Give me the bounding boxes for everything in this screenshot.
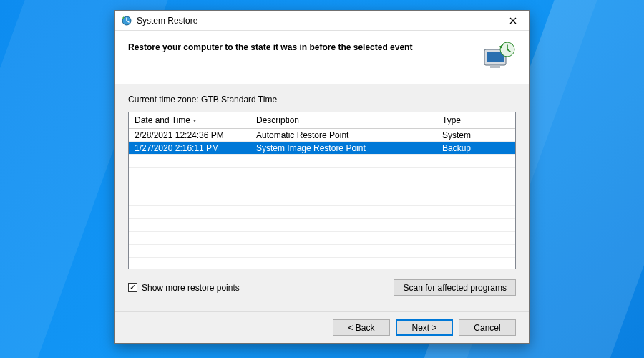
column-label: Description	[256, 115, 299, 125]
table-row: ...	[129, 219, 515, 232]
wizard-footer: < Back Next > Cancel	[115, 311, 529, 343]
back-button[interactable]: < Back	[333, 319, 390, 336]
cell-date-time: 2/28/2021 12:24:36 PM	[129, 129, 250, 141]
column-description[interactable]: Description	[250, 112, 436, 128]
cell-type: System	[436, 129, 515, 141]
table-row[interactable]: 2/28/2021 12:24:36 PM Automatic Restore …	[129, 129, 515, 142]
system-restore-icon	[121, 15, 132, 26]
close-button[interactable]	[503, 14, 523, 28]
svg-rect-3	[490, 65, 500, 68]
cell-description: System Image Restore Point	[250, 142, 436, 154]
table-row[interactable]: 1/27/2020 2:16:11 PM System Image Restor…	[129, 142, 515, 155]
wizard-header: Restore your computer to the state it wa…	[115, 31, 529, 84]
checkbox-label: Show more restore points	[142, 283, 240, 293]
window-title: System Restore	[137, 16, 503, 26]
table-row: ...	[129, 206, 515, 219]
wizard-body: Current time zone: GTB Standard Time Dat…	[115, 84, 529, 311]
system-restore-dialog: System Restore Restore your computer to …	[114, 10, 530, 344]
grid-header: Date and Time ▾ Description Type	[129, 112, 515, 129]
table-row: ...	[129, 168, 515, 180]
column-label: Date and Time	[135, 115, 190, 125]
table-row: ...	[129, 180, 515, 193]
cell-date-time: 1/27/2020 2:16:11 PM	[129, 142, 250, 154]
sort-descending-icon: ▾	[193, 117, 196, 124]
scan-affected-button[interactable]: Scan for affected programs	[394, 279, 516, 296]
next-button[interactable]: Next >	[396, 319, 453, 336]
column-date-time[interactable]: Date and Time ▾	[129, 112, 250, 128]
table-row: ...	[129, 232, 515, 245]
restore-points-grid[interactable]: Date and Time ▾ Description Type 2/28/20…	[128, 112, 516, 269]
titlebar: System Restore	[115, 11, 529, 31]
close-icon	[509, 17, 517, 24]
column-label: Type	[442, 115, 461, 125]
cell-type: Backup	[436, 142, 515, 154]
column-type[interactable]: Type	[436, 112, 515, 128]
cell-description: Automatic Restore Point	[250, 129, 436, 141]
table-row: ...	[129, 155, 515, 168]
show-more-checkbox[interactable]: Show more restore points	[128, 283, 240, 293]
table-row: ...	[129, 193, 515, 206]
grid-body: 2/28/2021 12:24:36 PM Automatic Restore …	[129, 129, 515, 258]
timezone-label: Current time zone: GTB Standard Time	[128, 95, 516, 105]
restore-hero-icon	[482, 41, 516, 71]
table-row: ...	[129, 245, 515, 258]
below-grid-row: Show more restore points Scan for affect…	[128, 279, 516, 296]
checkmark-icon	[128, 283, 137, 292]
cancel-button[interactable]: Cancel	[459, 319, 516, 336]
page-heading: Restore your computer to the state it wa…	[128, 41, 474, 52]
